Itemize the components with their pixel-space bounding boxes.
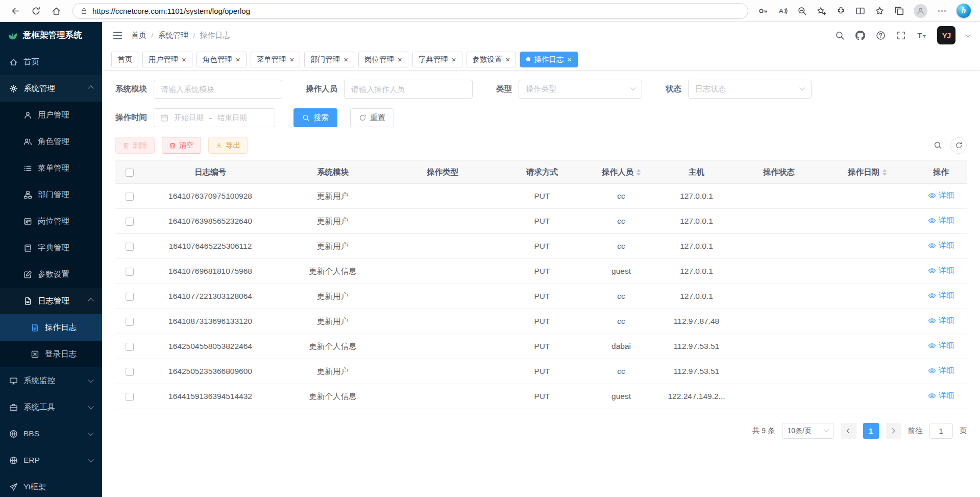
search-icon[interactable] (835, 31, 845, 40)
sidebar-item-monitor[interactable]: 系统监控 (0, 367, 102, 394)
sidebar-item-logmgr[interactable]: 日志管理 (0, 288, 102, 314)
refresh-table-button[interactable] (950, 137, 967, 154)
breadcrumb-item[interactable]: 首页 (131, 31, 146, 40)
type-select[interactable]: 操作类型 (519, 80, 642, 99)
status-select[interactable]: 日志状态 (688, 80, 812, 99)
reset-button[interactable]: 重置 (350, 108, 394, 127)
detail-link[interactable]: 详细 (928, 366, 954, 375)
detail-link[interactable]: 详细 (928, 341, 954, 350)
menu-fold-icon[interactable] (112, 30, 123, 41)
close-icon[interactable]: × (452, 56, 456, 63)
sidebar-item-plane[interactable]: Yi框架 (0, 474, 102, 497)
zoom-out-icon[interactable] (797, 6, 807, 16)
module-input[interactable] (154, 80, 282, 99)
detail-link[interactable]: 详细 (928, 241, 954, 250)
user-avatar[interactable]: YJ (937, 26, 955, 44)
sidebar-item-globe[interactable]: BBS (0, 420, 102, 447)
sidebar-item-post[interactable]: 岗位管理 (0, 208, 102, 234)
prev-page-button[interactable] (841, 423, 856, 439)
home-button[interactable] (48, 3, 64, 19)
clear-button[interactable]: 清空 (162, 137, 201, 154)
row-checkbox[interactable] (126, 268, 134, 276)
collections-icon[interactable] (894, 6, 904, 16)
current-page-button[interactable]: 1 (863, 423, 879, 439)
close-icon[interactable]: × (398, 56, 402, 63)
detail-link[interactable]: 详细 (928, 266, 954, 275)
date-range-picker[interactable]: 开始日期 - 结束日期 (154, 108, 275, 127)
read-aloud-icon[interactable]: A (778, 6, 788, 16)
tab-3[interactable]: 菜单管理× (251, 52, 301, 67)
tab-4[interactable]: 部门管理× (304, 52, 354, 67)
detail-link[interactable]: 详细 (928, 316, 954, 325)
fullscreen-icon[interactable] (896, 31, 906, 40)
more-menu-icon[interactable] (937, 6, 947, 16)
address-bar[interactable]: https://ccnetcore.com:1101/system/log/op… (72, 3, 748, 19)
breadcrumb-item[interactable]: 系统管理 (158, 31, 188, 40)
sidebar-item-user[interactable]: 用户管理 (0, 102, 102, 128)
reload-button[interactable] (28, 3, 44, 19)
key-icon[interactable] (758, 6, 768, 16)
font-size-icon[interactable]: TT (917, 31, 926, 40)
operator-input[interactable] (344, 80, 473, 99)
tab-0[interactable]: 首页 (111, 52, 138, 67)
close-icon[interactable]: × (506, 56, 510, 63)
export-button[interactable]: 导出 (208, 137, 248, 154)
sidebar-item-list[interactable]: 菜单管理 (0, 155, 102, 181)
profile-button[interactable] (914, 4, 927, 18)
sidebar-item-gear[interactable]: 系统管理 (0, 75, 102, 102)
sidebar-item-home[interactable]: 首页 (0, 49, 102, 75)
sort-icon[interactable] (636, 169, 641, 176)
column-header[interactable]: 操作日期 (819, 161, 915, 184)
sidebar-item-dept[interactable]: 部门管理 (0, 181, 102, 208)
sidebar-item-label: 部门管理 (38, 190, 69, 200)
split-screen-icon[interactable] (855, 6, 865, 16)
page-size-select[interactable]: 10条/页 (782, 423, 834, 439)
row-checkbox[interactable] (126, 318, 134, 326)
copilot-icon[interactable]: b (957, 4, 971, 18)
row-checkbox[interactable] (126, 343, 134, 351)
tab-6[interactable]: 字典管理× (412, 52, 462, 67)
back-button[interactable] (7, 3, 23, 19)
close-icon[interactable]: × (290, 56, 295, 63)
tab-7[interactable]: 参数设置× (467, 52, 517, 67)
row-checkbox[interactable] (126, 193, 134, 201)
row-checkbox[interactable] (126, 218, 134, 226)
sidebar-item-loginlog[interactable]: 登录日志 (0, 341, 102, 367)
row-checkbox[interactable] (126, 393, 134, 401)
toggle-search-icon[interactable] (934, 141, 942, 150)
add-favorite-icon[interactable] (817, 6, 826, 16)
select-all-checkbox[interactable] (126, 169, 134, 177)
tab-1[interactable]: 用户管理× (142, 52, 192, 67)
sidebar-item-dict[interactable]: 字典管理 (0, 234, 102, 261)
github-icon[interactable] (855, 31, 865, 40)
goto-page-input[interactable] (929, 423, 953, 439)
tab-8-active[interactable]: 操作日志× (520, 52, 578, 67)
tab-2[interactable]: 角色管理× (197, 52, 247, 67)
close-icon[interactable]: × (567, 56, 572, 63)
sidebar-item-globe2[interactable]: ERP (0, 447, 102, 474)
sidebar-item-tools[interactable]: 系统工具 (0, 394, 102, 420)
chevron-down-icon[interactable] (966, 32, 971, 37)
extensions-icon[interactable] (836, 6, 846, 16)
sidebar-item-edit[interactable]: 参数设置 (0, 261, 102, 288)
sidebar-item-users[interactable]: 角色管理 (0, 128, 102, 155)
detail-link[interactable]: 详细 (928, 191, 954, 200)
sort-icon[interactable] (883, 169, 887, 176)
close-icon[interactable]: × (182, 56, 186, 63)
close-icon[interactable]: × (236, 56, 240, 63)
tab-5[interactable]: 岗位管理× (358, 52, 408, 67)
favorites-icon[interactable] (875, 6, 885, 16)
row-checkbox[interactable] (126, 293, 134, 301)
delete-button[interactable]: 删除 (115, 137, 155, 154)
row-checkbox[interactable] (126, 243, 134, 251)
next-page-button[interactable] (886, 423, 901, 439)
search-button[interactable]: 搜索 (293, 108, 337, 127)
row-checkbox[interactable] (126, 368, 134, 376)
close-icon[interactable]: × (344, 56, 348, 63)
detail-link[interactable]: 详细 (928, 216, 954, 225)
detail-link[interactable]: 详细 (928, 291, 954, 300)
detail-link[interactable]: 详细 (928, 391, 954, 400)
column-header[interactable]: 操作人员 (588, 161, 654, 184)
sidebar-item-operlog[interactable]: 操作日志 (0, 314, 102, 341)
help-icon[interactable] (876, 31, 886, 40)
